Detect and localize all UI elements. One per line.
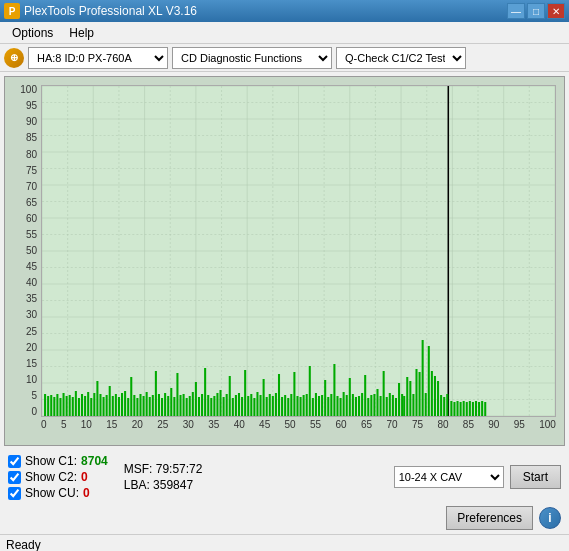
svg-rect-165	[415, 369, 417, 416]
svg-rect-104	[229, 376, 231, 416]
svg-rect-61	[96, 381, 98, 416]
svg-rect-181	[466, 402, 468, 416]
drive-select[interactable]: HA:8 ID:0 PX-760A	[28, 47, 168, 69]
svg-rect-143	[349, 378, 351, 416]
svg-rect-53	[72, 397, 74, 416]
svg-rect-55	[78, 398, 80, 416]
svg-rect-86	[173, 397, 175, 416]
svg-rect-81	[158, 394, 160, 416]
svg-rect-141	[343, 392, 345, 416]
close-button[interactable]: ✕	[547, 3, 565, 19]
svg-rect-85	[170, 388, 172, 416]
c1-value: 8704	[81, 454, 108, 468]
svg-rect-72	[130, 377, 132, 416]
cu-value: 0	[83, 486, 90, 500]
svg-rect-131	[312, 398, 314, 416]
svg-rect-109	[244, 370, 246, 416]
status-bar: Ready	[0, 534, 569, 551]
svg-rect-106	[235, 395, 237, 416]
svg-rect-65	[109, 386, 111, 416]
svg-rect-111	[250, 394, 252, 416]
cu-row: Show CU: 0	[8, 486, 108, 500]
svg-rect-125	[293, 372, 295, 416]
c1-checkbox[interactable]	[8, 455, 21, 468]
svg-rect-80	[155, 371, 157, 416]
menu-options[interactable]: Options	[4, 24, 61, 42]
chart-container: 0 5 10 15 20 25 30 35 40 45 50 55 60 65 …	[4, 76, 565, 446]
svg-rect-50	[63, 393, 65, 416]
svg-rect-136	[327, 397, 329, 416]
msf-value: 79:57:72	[156, 462, 203, 476]
svg-rect-91	[189, 396, 191, 416]
svg-rect-59	[90, 398, 92, 416]
svg-rect-180	[463, 401, 465, 416]
minimize-button[interactable]: —	[507, 3, 525, 19]
svg-rect-76	[143, 396, 145, 416]
svg-rect-114	[260, 395, 262, 416]
svg-rect-176	[450, 401, 452, 416]
svg-rect-69	[121, 393, 123, 416]
svg-rect-150	[370, 395, 372, 416]
c1-label: Show C1:	[25, 454, 77, 468]
svg-rect-115	[263, 379, 265, 416]
svg-rect-47	[53, 397, 55, 416]
c2-checkbox[interactable]	[8, 471, 21, 484]
svg-rect-70	[124, 391, 126, 416]
menu-help[interactable]: Help	[61, 24, 102, 42]
svg-rect-110	[247, 396, 249, 416]
svg-rect-185	[478, 402, 480, 416]
svg-rect-170	[431, 371, 433, 416]
svg-rect-128	[303, 395, 305, 416]
x-axis: 0 5 10 15 20 25 30 35 40 45 50 55 60 65 …	[41, 419, 556, 441]
function-select[interactable]: CD Diagnostic Functions	[172, 47, 332, 69]
svg-rect-54	[75, 391, 77, 416]
svg-rect-178	[457, 401, 459, 416]
svg-rect-133	[318, 396, 320, 416]
svg-rect-71	[127, 398, 129, 416]
svg-rect-122	[284, 395, 286, 416]
svg-rect-67	[115, 394, 117, 416]
menu-bar: Options Help	[0, 22, 569, 44]
svg-rect-116	[266, 397, 268, 416]
preferences-button[interactable]: Preferences	[446, 506, 533, 530]
stats-panel: Show C1: 8704 Show C2: 0 Show CU: 0 MSF:…	[0, 450, 569, 504]
svg-rect-132	[315, 393, 317, 416]
cu-label: Show CU:	[25, 486, 79, 500]
svg-rect-120	[278, 374, 280, 416]
svg-rect-96	[204, 368, 206, 416]
svg-rect-100	[216, 393, 218, 416]
svg-rect-138	[333, 364, 335, 416]
maximize-button[interactable]: □	[527, 3, 545, 19]
svg-rect-152	[376, 389, 378, 416]
svg-rect-172	[437, 381, 439, 416]
svg-rect-103	[226, 394, 228, 416]
svg-rect-145	[355, 397, 357, 416]
c2-value: 0	[81, 470, 88, 484]
svg-rect-92	[192, 392, 194, 416]
svg-rect-154	[383, 371, 385, 416]
svg-rect-119	[275, 393, 277, 416]
svg-rect-45	[47, 396, 49, 416]
svg-rect-83	[164, 393, 166, 416]
svg-rect-155	[386, 397, 388, 416]
speed-select[interactable]: 10-24 X CAV	[394, 466, 504, 488]
toolbar: ⊕ HA:8 ID:0 PX-760A CD Diagnostic Functi…	[0, 44, 569, 72]
svg-rect-82	[161, 398, 163, 416]
svg-rect-156	[389, 393, 391, 416]
svg-rect-164	[412, 394, 414, 416]
svg-rect-88	[179, 395, 181, 416]
svg-rect-177	[453, 402, 455, 416]
svg-rect-182	[469, 401, 471, 416]
svg-rect-93	[195, 382, 197, 416]
info-button[interactable]: i	[539, 507, 561, 529]
svg-rect-186	[481, 401, 483, 416]
svg-rect-102	[223, 397, 225, 416]
start-button[interactable]: Start	[510, 465, 561, 489]
svg-rect-68	[118, 397, 120, 416]
svg-rect-73	[133, 395, 135, 416]
cu-checkbox[interactable]	[8, 487, 21, 500]
msf-row: MSF: 79:57:72	[124, 462, 203, 476]
svg-rect-142	[346, 395, 348, 416]
test-select[interactable]: Q-Check C1/C2 Test	[336, 47, 466, 69]
c1-row: Show C1: 8704	[8, 454, 108, 468]
